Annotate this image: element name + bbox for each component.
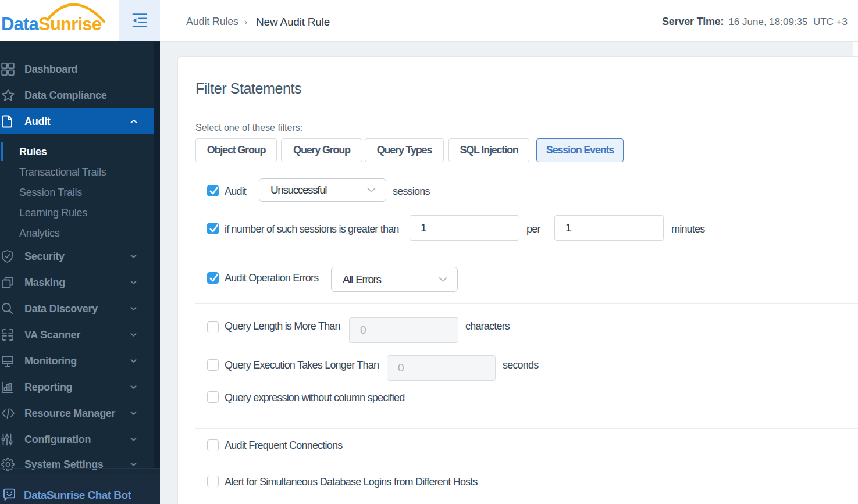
svg-text:DataSunrise: DataSunrise [1,14,102,34]
